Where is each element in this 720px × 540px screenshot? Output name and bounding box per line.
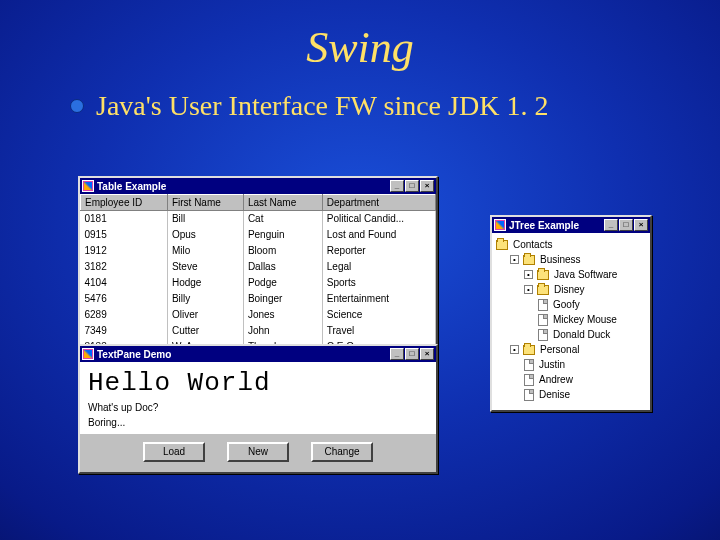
textpane-window-title: TextPane Demo bbox=[97, 349, 171, 360]
table-cell[interactable]: Entertainment bbox=[322, 291, 435, 307]
collapse-handle-icon[interactable]: • bbox=[510, 255, 519, 264]
col-department[interactable]: Department bbox=[322, 195, 435, 211]
textpane-content[interactable]: Hello World What's up Doc? Boring... bbox=[80, 362, 436, 434]
maximize-button[interactable]: □ bbox=[405, 180, 419, 192]
tree-leaf[interactable]: Donald Duck bbox=[496, 327, 646, 342]
tree-folder[interactable]: •Disney bbox=[496, 282, 646, 297]
tree-node-label: Denise bbox=[539, 387, 570, 402]
folder-icon bbox=[537, 285, 549, 295]
table-cell[interactable]: Political Candid... bbox=[322, 211, 435, 227]
close-button[interactable]: × bbox=[420, 348, 434, 360]
document-icon bbox=[524, 359, 534, 371]
table-cell[interactable]: Oliver bbox=[167, 307, 243, 323]
tree-root-label: Contacts bbox=[513, 237, 552, 252]
table-cell[interactable]: Sports bbox=[322, 275, 435, 291]
table-cell[interactable]: Bill bbox=[167, 211, 243, 227]
table-cell[interactable]: Opus bbox=[167, 227, 243, 243]
table-row[interactable]: 3182SteveDallasLegal bbox=[81, 259, 436, 275]
table-cell[interactable]: Boinger bbox=[243, 291, 322, 307]
table-cell[interactable]: 6289 bbox=[81, 307, 168, 323]
tree-node-label: Donald Duck bbox=[553, 327, 610, 342]
table-row[interactable]: 1912MiloBloomReporter bbox=[81, 243, 436, 259]
table-cell[interactable]: Hodge bbox=[167, 275, 243, 291]
table-cell[interactable]: Cat bbox=[243, 211, 322, 227]
minimize-button[interactable]: _ bbox=[390, 180, 404, 192]
minimize-button[interactable]: _ bbox=[604, 219, 618, 231]
table-row[interactable]: 4104HodgePodgeSports bbox=[81, 275, 436, 291]
slide-title: Swing bbox=[0, 22, 720, 73]
document-icon bbox=[524, 389, 534, 401]
table-cell[interactable]: 0915 bbox=[81, 227, 168, 243]
table-cell[interactable]: Penguin bbox=[243, 227, 322, 243]
table-window-title: Table Example bbox=[97, 181, 166, 192]
col-employee-id[interactable]: Employee ID bbox=[81, 195, 168, 211]
table-cell[interactable]: 1912 bbox=[81, 243, 168, 259]
close-button[interactable]: × bbox=[420, 180, 434, 192]
table-header-row: Employee ID First Name Last Name Departm… bbox=[81, 195, 436, 211]
textpane-titlebar[interactable]: TextPane Demo _ □ × bbox=[80, 346, 436, 362]
expand-handle-icon[interactable]: • bbox=[524, 270, 533, 279]
table-cell[interactable]: Jones bbox=[243, 307, 322, 323]
employee-table[interactable]: Employee ID First Name Last Name Departm… bbox=[80, 194, 436, 355]
load-button[interactable]: Load bbox=[143, 442, 205, 462]
table-cell[interactable]: Dallas bbox=[243, 259, 322, 275]
document-icon bbox=[524, 374, 534, 386]
table-cell[interactable]: Bloom bbox=[243, 243, 322, 259]
table-row[interactable]: 0915OpusPenguinLost and Found bbox=[81, 227, 436, 243]
line2-text: Boring... bbox=[88, 417, 428, 428]
java-cup-icon bbox=[82, 348, 94, 360]
tree-leaf[interactable]: Mickey Mouse bbox=[496, 312, 646, 327]
tree-folder[interactable]: •Personal bbox=[496, 342, 646, 357]
folder-icon bbox=[537, 270, 549, 280]
table-cell[interactable]: Billy bbox=[167, 291, 243, 307]
tree-window-titlebar[interactable]: JTree Example _ □ × bbox=[492, 217, 650, 233]
bullet-icon bbox=[70, 99, 84, 113]
tree-folder[interactable]: •Java Software bbox=[496, 267, 646, 282]
change-button[interactable]: Change bbox=[311, 442, 373, 462]
table-example-window: Table Example _ □ × Employee ID First Na… bbox=[78, 176, 438, 357]
table-cell[interactable]: 5476 bbox=[81, 291, 168, 307]
table-row[interactable]: 0181BillCatPolitical Candid... bbox=[81, 211, 436, 227]
col-last-name[interactable]: Last Name bbox=[243, 195, 322, 211]
table-cell[interactable]: Travel bbox=[322, 323, 435, 339]
document-icon bbox=[538, 314, 548, 326]
table-cell[interactable]: Legal bbox=[322, 259, 435, 275]
tree-root[interactable]: Contacts bbox=[496, 237, 646, 252]
collapse-handle-icon[interactable]: • bbox=[524, 285, 533, 294]
close-button[interactable]: × bbox=[634, 219, 648, 231]
table-cell[interactable]: Milo bbox=[167, 243, 243, 259]
table-cell[interactable]: Podge bbox=[243, 275, 322, 291]
document-icon bbox=[538, 299, 548, 311]
tree-window-title: JTree Example bbox=[509, 220, 579, 231]
table-cell[interactable]: 0181 bbox=[81, 211, 168, 227]
tree-node-label: Justin bbox=[539, 357, 565, 372]
table-cell[interactable]: Steve bbox=[167, 259, 243, 275]
tree-folder[interactable]: •Business bbox=[496, 252, 646, 267]
table-cell[interactable]: 3182 bbox=[81, 259, 168, 275]
maximize-button[interactable]: □ bbox=[619, 219, 633, 231]
bullet-line: Java's User Interface FW since JDK 1. 2 bbox=[70, 90, 548, 122]
table-row[interactable]: 5476BillyBoingerEntertainment bbox=[81, 291, 436, 307]
table-cell[interactable]: 7349 bbox=[81, 323, 168, 339]
table-cell[interactable]: Reporter bbox=[322, 243, 435, 259]
tree-leaf[interactable]: Denise bbox=[496, 387, 646, 402]
jtree-example-window: JTree Example _ □ × Contacts •Business•J… bbox=[490, 215, 652, 412]
minimize-button[interactable]: _ bbox=[390, 348, 404, 360]
tree-leaf[interactable]: Justin bbox=[496, 357, 646, 372]
table-window-titlebar[interactable]: Table Example _ □ × bbox=[80, 178, 436, 194]
textpane-demo-window: TextPane Demo _ □ × Hello World What's u… bbox=[78, 344, 438, 474]
table-row[interactable]: 6289OliverJonesScience bbox=[81, 307, 436, 323]
table-cell[interactable]: 4104 bbox=[81, 275, 168, 291]
tree-leaf[interactable]: Goofy bbox=[496, 297, 646, 312]
new-button[interactable]: New bbox=[227, 442, 289, 462]
table-cell[interactable]: Cutter bbox=[167, 323, 243, 339]
col-first-name[interactable]: First Name bbox=[167, 195, 243, 211]
tree-body[interactable]: Contacts •Business•Java Software•DisneyG… bbox=[492, 233, 650, 410]
tree-leaf[interactable]: Andrew bbox=[496, 372, 646, 387]
maximize-button[interactable]: □ bbox=[405, 348, 419, 360]
table-cell[interactable]: John bbox=[243, 323, 322, 339]
table-cell[interactable]: Lost and Found bbox=[322, 227, 435, 243]
table-cell[interactable]: Science bbox=[322, 307, 435, 323]
table-row[interactable]: 7349CutterJohnTravel bbox=[81, 323, 436, 339]
collapse-handle-icon[interactable]: • bbox=[510, 345, 519, 354]
